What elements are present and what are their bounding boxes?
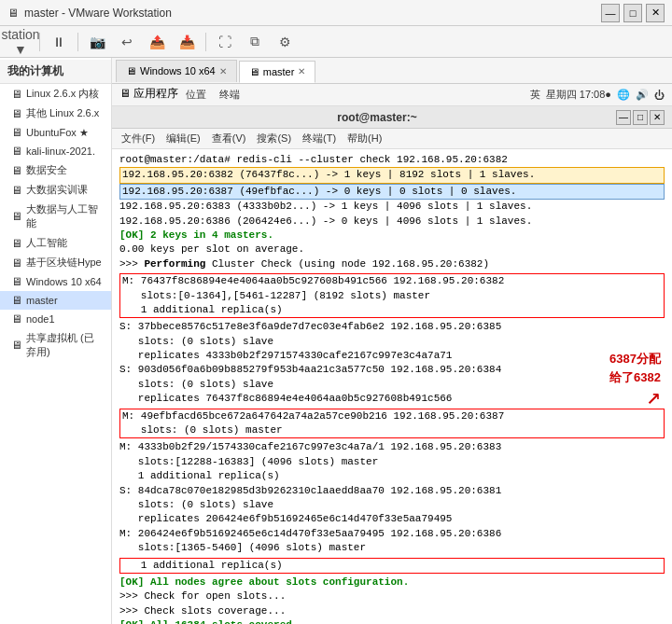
sidebar-item-linux26other[interactable]: 🖥 其他 Linux 2.6.x: [0, 104, 111, 123]
sidebar-item-master[interactable]: 🖥 master: [0, 291, 111, 310]
revert-button[interactable]: ↩: [114, 30, 140, 54]
terminal-minimize[interactable]: —: [616, 110, 631, 125]
term-line: slots: (0 slots) slave: [119, 498, 665, 512]
station-label: station ▼: [1, 27, 39, 57]
vm-icon: 🖥: [11, 164, 22, 177]
vm-icon: 🖥: [11, 145, 22, 158]
vm-icon: 🖥: [11, 107, 22, 120]
sidebar-item-ai[interactable]: 🖥 人工智能: [0, 233, 111, 253]
toolbar-sep-3: [205, 33, 206, 51]
title-bar: 🖥 master - VMware Workstation — □ ✕: [0, 0, 672, 26]
tab-icon: 🖥: [249, 66, 259, 77]
term-line: replicates 76437f8c86894e4e4064aa0b5c927…: [119, 392, 665, 406]
vm-icon: 🖥: [11, 257, 22, 270]
term-line: 192.168.95.20:6383 (4333b0b2...) -> 1 ke…: [119, 200, 665, 214]
term-line: 1 additional replica(s): [122, 303, 662, 317]
tab-win10[interactable]: 🖥 Windows 10 x64 ✕: [116, 60, 237, 82]
sidebar-item-label: 基于区块链Hype: [26, 256, 102, 270]
pause-button[interactable]: ⏸: [46, 30, 72, 54]
term-line: root@master:/data# redis-cli --cluster c…: [119, 153, 665, 167]
term-line: 0.00 keys per slot on average.: [119, 243, 665, 257]
terminal-content[interactable]: root@master:/data# redis-cli --cluster c…: [112, 149, 672, 624]
terminal-menu-bar: 🖥 应用程序 位置 终端 英 星期四 17:08● 🌐 🔊 ⏻: [112, 84, 672, 106]
sidebar-item-ubuntufox[interactable]: 🖥 UbuntuFox ★: [0, 123, 111, 142]
vm-icon: 🖥: [11, 237, 22, 250]
terminal-close[interactable]: ✕: [650, 110, 665, 125]
terminal-menu-right: 英 星期四 17:08● 🌐 🔊 ⏻: [530, 88, 665, 102]
menu-file[interactable]: 文件(F): [116, 130, 161, 147]
main-layout: 我的计算机 🖥 Linux 2.6.x 内核 🖥 其他 Linux 2.6.x …: [0, 58, 672, 624]
term-line: M: 49efbfacd65bce672a647642a74a2a57ce90b…: [122, 409, 662, 423]
menu-terminal[interactable]: 终端: [214, 86, 245, 104]
settings-button[interactable]: ⚙: [272, 30, 298, 54]
snapshot-button[interactable]: 📷: [84, 30, 110, 54]
sidebar-item-label: node1: [26, 313, 55, 325]
term-line: 1 additional replica(s): [119, 469, 665, 483]
term-line-check-open: >>> Check for open slots...: [119, 589, 665, 603]
term-line: 192.168.95.20:6386 (206424e6...) -> 0 ke…: [119, 215, 665, 229]
menu-search[interactable]: 搜索(S): [251, 130, 297, 147]
term-line: slots: (0 slots) slave: [119, 335, 665, 349]
tab-master[interactable]: 🖥 master ✕: [239, 61, 316, 83]
maximize-button[interactable]: □: [623, 4, 642, 22]
menu-edit[interactable]: 编辑(E): [161, 130, 206, 147]
tab-bar: 🖥 Windows 10 x64 ✕ 🖥 master ✕: [112, 58, 672, 84]
term-line: slots:[0-1364],[5461-12287] (8192 slots)…: [122, 289, 662, 303]
vm-icon: 🖥: [11, 339, 22, 352]
sidebar-item-label: 共享虚拟机 (已弃用): [26, 331, 104, 359]
vm-icon: 🖥: [11, 184, 22, 197]
tab-close-win10[interactable]: ✕: [219, 66, 227, 76]
sidebar-item-win10[interactable]: 🖥 Windows 10 x64: [0, 272, 111, 291]
tab-icon: 🖥: [126, 65, 136, 76]
sidebar-item-datasec[interactable]: 🖥 数据安全: [0, 160, 111, 180]
sidebar-item-blockchain[interactable]: 🖥 基于区块链Hype: [0, 253, 111, 272]
term-line-performing: >>> Performing Cluster Check (using node…: [119, 257, 665, 271]
fullscreen-button[interactable]: ⛶: [212, 30, 238, 54]
vm-icon: 🖥: [11, 294, 22, 307]
menu-location[interactable]: 位置: [180, 86, 212, 104]
sidebar-item-shared[interactable]: 🖥 共享虚拟机 (已弃用): [0, 328, 111, 362]
minimize-button[interactable]: —: [601, 4, 620, 22]
network-icon: 🌐: [617, 89, 630, 101]
sidebar: 我的计算机 🖥 Linux 2.6.x 内核 🖥 其他 Linux 2.6.x …: [0, 58, 112, 624]
sidebar-item-kali[interactable]: 🖥 kali-linux-2021.: [0, 142, 111, 160]
term-line-ok-nodes: [OK] All nodes agree about slots configu…: [119, 575, 665, 589]
term-line: S: 37bbece8576c517e8e3f6a9de7d7ec03e4fab…: [119, 320, 665, 334]
term-line: S: 84dca78c070e182985d3b9262310claaedd8a…: [119, 484, 665, 498]
boxed-master-6387: M: 49efbfacd65bce672a647642a74a2a57ce90b…: [119, 409, 665, 439]
unity-button[interactable]: ⧉: [242, 30, 268, 54]
terminal-maximize[interactable]: □: [633, 110, 648, 125]
sidebar-item-bigdatalab[interactable]: 🖥 大数据实训课: [0, 180, 111, 200]
sidebar-item-linux26x[interactable]: 🖥 Linux 2.6.x 内核: [0, 84, 111, 104]
vmware-icon: 🖥: [7, 7, 19, 20]
volume-icon: 🔊: [636, 89, 649, 101]
term-line: slots:[1365-5460] (4096 slots) master: [119, 541, 665, 555]
sidebar-item-label: 大数据实训课: [26, 183, 88, 197]
toolbar-sep-2: [77, 33, 78, 51]
sidebar-item-bigdataai[interactable]: 🖥 大数据与人工智能: [0, 200, 111, 233]
window-controls[interactable]: — □ ✕: [601, 4, 665, 22]
send-button[interactable]: 📤: [144, 30, 170, 54]
terminal-win-buttons[interactable]: — □ ✕: [616, 110, 665, 125]
vm-icon: 🖥: [11, 275, 22, 288]
close-button[interactable]: ✕: [646, 4, 665, 22]
sidebar-item-label: 人工智能: [26, 236, 67, 250]
input-method: 英: [530, 88, 540, 102]
receive-button[interactable]: 📥: [174, 30, 200, 54]
menu-view[interactable]: 查看(V): [206, 130, 252, 147]
terminal-title: root@master:~: [337, 111, 416, 124]
term-line: replicates 4333b0b2f2971574330cafe2167c9…: [119, 349, 665, 363]
menu-terminal2[interactable]: 终端(T): [297, 130, 342, 147]
toolbar: station ▼ ⏸ 📷 ↩ 📤 📥 ⛶ ⧉ ⚙: [0, 26, 672, 58]
station-button[interactable]: station ▼: [7, 30, 34, 54]
tab-label: Windows 10 x64: [140, 65, 216, 76]
menu-help[interactable]: 帮助(H): [342, 130, 387, 147]
vm-icon: 🖥: [11, 312, 22, 326]
tab-close-master[interactable]: ✕: [298, 66, 305, 76]
sidebar-header: 我的计算机: [0, 60, 111, 84]
annotation-arrow: ↗: [609, 388, 661, 408]
sidebar-item-label: Linux 2.6.x 内核: [26, 87, 99, 101]
app-icon: 🖥 应用程序: [119, 86, 178, 104]
sidebar-item-node1[interactable]: 🖥 node1: [0, 310, 111, 328]
sidebar-item-label: 其他 Linux 2.6.x: [26, 106, 99, 120]
